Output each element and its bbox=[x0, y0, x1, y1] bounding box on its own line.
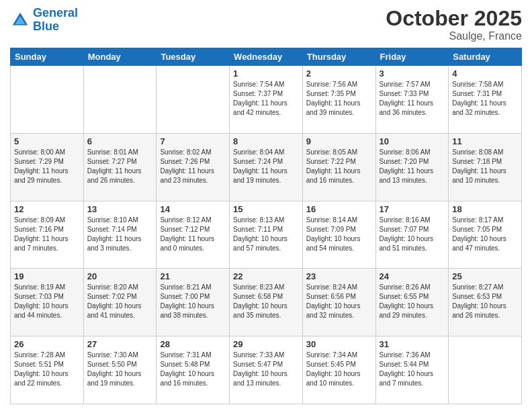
day-number: 31 bbox=[380, 339, 445, 349]
day-number: 16 bbox=[306, 204, 372, 214]
day-info: Sunrise: 8:16 AM Sunset: 7:07 PM Dayligh… bbox=[380, 216, 445, 253]
day-number: 3 bbox=[380, 68, 445, 79]
day-info: Sunrise: 7:28 AM Sunset: 5:51 PM Dayligh… bbox=[14, 351, 80, 388]
col-friday: Friday bbox=[375, 48, 449, 66]
calendar-cell: 24Sunrise: 8:26 AM Sunset: 6:55 PM Dayli… bbox=[375, 269, 449, 336]
day-number: 26 bbox=[14, 339, 80, 349]
day-info: Sunrise: 7:54 AM Sunset: 7:37 PM Dayligh… bbox=[233, 80, 299, 118]
day-number: 22 bbox=[233, 271, 299, 281]
day-info: Sunrise: 8:04 AM Sunset: 7:24 PM Dayligh… bbox=[233, 148, 299, 185]
day-info: Sunrise: 8:05 AM Sunset: 7:22 PM Dayligh… bbox=[306, 148, 372, 185]
calendar-week-row: 1Sunrise: 7:54 AM Sunset: 7:37 PM Daylig… bbox=[11, 66, 522, 134]
calendar-cell: 22Sunrise: 8:23 AM Sunset: 6:58 PM Dayli… bbox=[230, 269, 303, 336]
calendar-cell: 21Sunrise: 8:21 AM Sunset: 7:00 PM Dayli… bbox=[157, 269, 230, 336]
calendar-header-row: Sunday Monday Tuesday Wednesday Thursday… bbox=[11, 48, 522, 66]
calendar-cell: 28Sunrise: 7:31 AM Sunset: 5:48 PM Dayli… bbox=[157, 336, 230, 404]
calendar-cell bbox=[83, 66, 157, 134]
col-thursday: Thursday bbox=[302, 48, 375, 66]
calendar-cell: 26Sunrise: 7:28 AM Sunset: 5:51 PM Dayli… bbox=[11, 336, 84, 404]
calendar-week-row: 5Sunrise: 8:00 AM Sunset: 7:29 PM Daylig… bbox=[11, 133, 522, 201]
day-info: Sunrise: 8:24 AM Sunset: 6:56 PM Dayligh… bbox=[306, 283, 372, 320]
calendar-cell: 30Sunrise: 7:34 AM Sunset: 5:45 PM Dayli… bbox=[302, 336, 375, 404]
day-number: 2 bbox=[306, 68, 372, 79]
day-info: Sunrise: 8:13 AM Sunset: 7:11 PM Dayligh… bbox=[233, 216, 299, 253]
day-info: Sunrise: 8:02 AM Sunset: 7:26 PM Dayligh… bbox=[160, 148, 226, 185]
calendar-cell: 4Sunrise: 7:58 AM Sunset: 7:31 PM Daylig… bbox=[449, 66, 522, 134]
day-number: 19 bbox=[14, 271, 80, 281]
day-number: 12 bbox=[14, 204, 80, 214]
calendar-cell: 15Sunrise: 8:13 AM Sunset: 7:11 PM Dayli… bbox=[230, 201, 303, 269]
day-info: Sunrise: 8:09 AM Sunset: 7:16 PM Dayligh… bbox=[14, 216, 80, 253]
day-info: Sunrise: 8:17 AM Sunset: 7:05 PM Dayligh… bbox=[452, 216, 518, 253]
col-wednesday: Wednesday bbox=[230, 48, 303, 66]
day-info: Sunrise: 8:12 AM Sunset: 7:12 PM Dayligh… bbox=[160, 216, 226, 253]
header: General Blue October 2025 Saulge, France bbox=[10, 7, 522, 42]
day-number: 15 bbox=[233, 204, 299, 214]
day-number: 28 bbox=[160, 339, 226, 349]
day-number: 30 bbox=[306, 339, 372, 349]
logo-icon bbox=[10, 10, 30, 30]
title-block: October 2025 Saulge, France bbox=[386, 7, 522, 42]
calendar-cell: 1Sunrise: 7:54 AM Sunset: 7:37 PM Daylig… bbox=[230, 66, 303, 134]
calendar-cell: 2Sunrise: 7:56 AM Sunset: 7:35 PM Daylig… bbox=[302, 66, 375, 134]
day-number: 24 bbox=[380, 271, 445, 281]
logo: General Blue bbox=[10, 7, 78, 34]
day-info: Sunrise: 7:34 AM Sunset: 5:45 PM Dayligh… bbox=[306, 351, 372, 388]
calendar-cell: 7Sunrise: 8:02 AM Sunset: 7:26 PM Daylig… bbox=[157, 133, 230, 201]
col-saturday: Saturday bbox=[449, 48, 522, 66]
calendar-cell: 16Sunrise: 8:14 AM Sunset: 7:09 PM Dayli… bbox=[302, 201, 375, 269]
day-number: 17 bbox=[380, 204, 445, 214]
day-info: Sunrise: 7:30 AM Sunset: 5:50 PM Dayligh… bbox=[87, 351, 153, 388]
calendar-cell: 25Sunrise: 8:27 AM Sunset: 6:53 PM Dayli… bbox=[449, 269, 522, 336]
logo-general: General bbox=[33, 6, 78, 19]
day-number: 8 bbox=[233, 136, 299, 146]
calendar-cell: 10Sunrise: 8:06 AM Sunset: 7:20 PM Dayli… bbox=[375, 133, 449, 201]
day-info: Sunrise: 7:58 AM Sunset: 7:31 PM Dayligh… bbox=[452, 80, 518, 118]
day-number: 25 bbox=[452, 271, 518, 281]
calendar-cell: 5Sunrise: 8:00 AM Sunset: 7:29 PM Daylig… bbox=[11, 133, 84, 201]
day-info: Sunrise: 8:20 AM Sunset: 7:02 PM Dayligh… bbox=[87, 283, 153, 320]
calendar-cell: 8Sunrise: 8:04 AM Sunset: 7:24 PM Daylig… bbox=[230, 133, 303, 201]
calendar-cell: 23Sunrise: 8:24 AM Sunset: 6:56 PM Dayli… bbox=[302, 269, 375, 336]
day-number: 4 bbox=[452, 68, 518, 79]
calendar-table: Sunday Monday Tuesday Wednesday Thursday… bbox=[10, 48, 522, 404]
day-info: Sunrise: 7:57 AM Sunset: 7:33 PM Dayligh… bbox=[380, 80, 445, 118]
day-number: 18 bbox=[452, 204, 518, 214]
day-number: 27 bbox=[87, 339, 153, 349]
day-number: 11 bbox=[452, 136, 518, 146]
day-number: 14 bbox=[160, 204, 226, 214]
day-info: Sunrise: 8:23 AM Sunset: 6:58 PM Dayligh… bbox=[233, 283, 299, 320]
location: Saulge, France bbox=[386, 30, 522, 42]
day-info: Sunrise: 8:19 AM Sunset: 7:03 PM Dayligh… bbox=[14, 283, 80, 320]
calendar-week-row: 19Sunrise: 8:19 AM Sunset: 7:03 PM Dayli… bbox=[11, 269, 522, 336]
calendar-cell: 3Sunrise: 7:57 AM Sunset: 7:33 PM Daylig… bbox=[375, 66, 449, 134]
day-number: 20 bbox=[87, 271, 153, 281]
calendar-cell bbox=[157, 66, 230, 134]
calendar-cell: 19Sunrise: 8:19 AM Sunset: 7:03 PM Dayli… bbox=[11, 269, 84, 336]
calendar-cell bbox=[11, 66, 84, 134]
day-number: 21 bbox=[160, 271, 226, 281]
calendar-cell: 6Sunrise: 8:01 AM Sunset: 7:27 PM Daylig… bbox=[83, 133, 157, 201]
day-info: Sunrise: 8:26 AM Sunset: 6:55 PM Dayligh… bbox=[380, 283, 445, 320]
calendar-cell: 20Sunrise: 8:20 AM Sunset: 7:02 PM Dayli… bbox=[83, 269, 157, 336]
calendar-cell: 13Sunrise: 8:10 AM Sunset: 7:14 PM Dayli… bbox=[83, 201, 157, 269]
col-monday: Monday bbox=[83, 48, 157, 66]
calendar-cell: 14Sunrise: 8:12 AM Sunset: 7:12 PM Dayli… bbox=[157, 201, 230, 269]
day-info: Sunrise: 7:36 AM Sunset: 5:44 PM Dayligh… bbox=[380, 351, 445, 388]
calendar-cell: 29Sunrise: 7:33 AM Sunset: 5:47 PM Dayli… bbox=[230, 336, 303, 404]
day-info: Sunrise: 7:31 AM Sunset: 5:48 PM Dayligh… bbox=[160, 351, 226, 388]
day-info: Sunrise: 8:08 AM Sunset: 7:18 PM Dayligh… bbox=[452, 148, 518, 185]
day-info: Sunrise: 8:00 AM Sunset: 7:29 PM Dayligh… bbox=[14, 148, 80, 185]
calendar-cell bbox=[449, 336, 522, 404]
day-info: Sunrise: 7:33 AM Sunset: 5:47 PM Dayligh… bbox=[233, 351, 299, 388]
day-number: 7 bbox=[160, 136, 226, 146]
calendar-cell: 9Sunrise: 8:05 AM Sunset: 7:22 PM Daylig… bbox=[302, 133, 375, 201]
day-number: 9 bbox=[306, 136, 372, 146]
day-info: Sunrise: 8:21 AM Sunset: 7:00 PM Dayligh… bbox=[160, 283, 226, 320]
day-number: 29 bbox=[233, 339, 299, 349]
col-tuesday: Tuesday bbox=[157, 48, 230, 66]
logo-blue: Blue bbox=[33, 19, 59, 33]
calendar-cell: 27Sunrise: 7:30 AM Sunset: 5:50 PM Dayli… bbox=[83, 336, 157, 404]
calendar-cell: 18Sunrise: 8:17 AM Sunset: 7:05 PM Dayli… bbox=[449, 201, 522, 269]
day-number: 1 bbox=[233, 68, 299, 79]
